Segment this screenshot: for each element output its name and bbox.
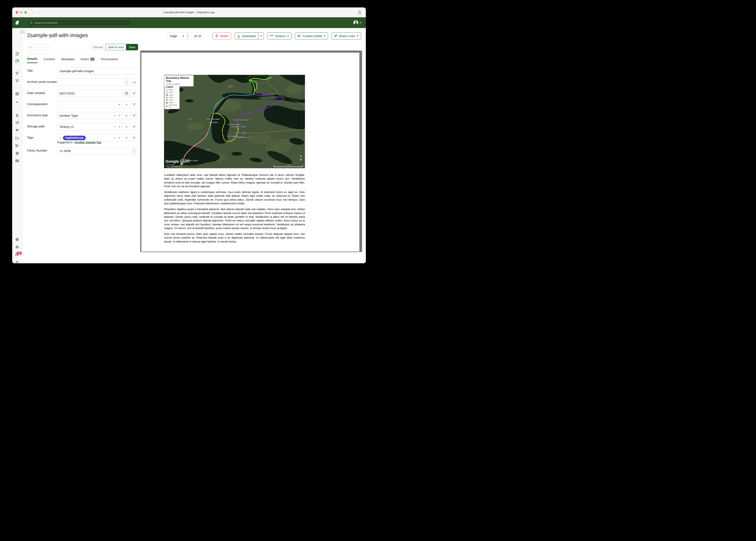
date-created-input[interactable]: 03/27/2022 xyxy=(57,90,123,97)
discard-button[interactable]: Discard xyxy=(90,44,105,50)
document-toolbar: Page 1▲▼ of 10 Delete Download xyxy=(167,32,361,39)
title-label: Title xyxy=(27,67,57,75)
fancy-number-input[interactable]: 12.3456▲▼ xyxy=(57,147,138,155)
storage-path-filter-button[interactable] xyxy=(130,123,138,130)
save-and-next-button[interactable]: Save & next xyxy=(105,44,126,50)
sidebar-item-logs[interactable] xyxy=(15,261,19,263)
calendar-button[interactable] xyxy=(123,90,130,97)
sidebar-open-document-icon[interactable] xyxy=(15,92,19,96)
tags-input[interactable]: × TagWithPartial × xyxy=(57,134,123,142)
legend-item: Entry Point 24 xyxy=(166,104,178,108)
sidebar-item-custom-fields[interactable] xyxy=(15,144,19,148)
filter-lines-icon xyxy=(133,114,136,117)
tag-chip[interactable]: TagWithPartial xyxy=(63,136,86,140)
sidebar-item-storage-paths[interactable] xyxy=(15,136,19,140)
global-search[interactable]: Search documents xyxy=(28,20,132,26)
storage-path-select[interactable]: Testing 12× xyxy=(57,123,123,130)
pdf-page: Boundary Waters Trip Six days in BWCA Le… xyxy=(141,53,359,252)
page-stepper[interactable]: ▲▼ xyxy=(186,33,189,39)
document-type-select[interactable]: Another Type× xyxy=(57,112,123,119)
sidebar-expand-button[interactable]: » xyxy=(20,29,25,34)
download-button[interactable]: Download xyxy=(235,32,258,39)
sidebar-item-saved-view-2[interactable] xyxy=(15,79,19,83)
filter-lines-icon xyxy=(133,126,136,128)
island-label: Squirrel Island xyxy=(237,137,249,139)
delete-button[interactable]: Delete xyxy=(213,32,231,39)
island-label: Lincoln Island xyxy=(234,132,246,134)
sidebar-item-users-groups[interactable] xyxy=(15,245,19,249)
filter-lines-icon xyxy=(133,92,136,95)
clear-icon[interactable]: × xyxy=(114,136,116,140)
tasks-count-badge: 16 xyxy=(17,252,22,255)
asn-label: Archive serial number xyxy=(27,79,57,86)
fancy-number-stepper[interactable]: ▲▼ xyxy=(133,148,136,153)
macos-titlebar: ‹ › 2sample-pdf-with-images - Paperless-… xyxy=(12,7,366,17)
user-menu[interactable] xyxy=(353,20,361,25)
save-button[interactable]: Save xyxy=(126,44,138,50)
tab-metadata[interactable]: Metadata xyxy=(61,57,74,63)
asn-plus-one-button[interactable]: +1 xyxy=(130,79,138,86)
add-tag-button[interactable]: + xyxy=(123,134,130,142)
tab-permissions[interactable]: Permissions xyxy=(101,57,118,63)
correspondent-select[interactable] xyxy=(57,101,123,108)
sidebar-item-correspondents[interactable] xyxy=(15,113,19,117)
map-credit: © 2017 Google xyxy=(165,164,175,166)
sidebar: 16 xyxy=(12,28,22,263)
download-options-button[interactable] xyxy=(258,32,264,39)
sidebar-item-document-types[interactable] xyxy=(15,128,19,132)
app-window: ‹ › 2sample-pdf-with-images - Paperless-… xyxy=(12,7,366,263)
remove-tag-icon[interactable]: × xyxy=(59,136,61,140)
paperless-logo-icon[interactable] xyxy=(12,20,22,25)
sidebar-item-mail[interactable] xyxy=(15,159,19,163)
add-correspondent-button[interactable]: + xyxy=(123,101,130,108)
sidebar-item-saved-view-1[interactable] xyxy=(15,71,19,75)
document-type-filter-button[interactable] xyxy=(130,112,138,119)
sidebar-item-settings[interactable] xyxy=(15,238,19,241)
map-scale-bar: 3 mi xyxy=(274,165,303,167)
tab-notes[interactable]: Notes1 xyxy=(81,57,95,63)
filter-lines-icon xyxy=(133,103,136,106)
add-storage-path-button[interactable]: + xyxy=(123,123,130,130)
next-document-button[interactable]: → xyxy=(42,44,50,50)
tags-label: Tags xyxy=(27,134,57,142)
ellipsis-icon: ••• xyxy=(270,34,274,37)
legend-item: Day 4 xyxy=(166,97,178,99)
share-links-button[interactable]: Share Links xyxy=(331,32,361,39)
correspondent-filter-button[interactable] xyxy=(130,101,138,108)
close-edit-button[interactable]: x xyxy=(27,44,34,50)
sidebar-item-tags[interactable] xyxy=(15,121,19,125)
previous-document-button[interactable]: ← xyxy=(34,44,42,50)
add-document-type-button[interactable]: + xyxy=(123,112,130,119)
title-input[interactable]: 2sample-pdf-with-images xyxy=(57,67,138,75)
pdf-paragraph: Phasellus dapibus quam a hendrerit place… xyxy=(164,208,305,230)
pdf-paragraph: Duis non tincidunt purus. Nam quis sapie… xyxy=(164,232,305,244)
sidebar-item-file-tasks[interactable] xyxy=(15,152,19,155)
asn-input[interactable]: ▲▼ xyxy=(57,79,130,86)
map-title: Boundary Waters Trip xyxy=(166,76,192,83)
clear-icon[interactable]: × xyxy=(114,125,116,129)
date-filter-button[interactable] xyxy=(130,90,138,97)
document-type-label: Document type xyxy=(27,112,57,119)
share-icon[interactable] xyxy=(358,10,361,14)
sidebar-item-documents[interactable] xyxy=(15,59,19,63)
custom-fields-button[interactable]: Custom Fields xyxy=(295,32,328,39)
clear-icon[interactable]: × xyxy=(114,114,116,117)
legend-item: Day 3 xyxy=(166,94,178,96)
tab-content[interactable]: Content xyxy=(44,57,55,63)
page-number-input[interactable]: 1 xyxy=(182,34,184,38)
pdf-viewer[interactable]: Boundary Waters Trip Six days in BWCA Le… xyxy=(140,51,362,252)
suggested-tag-link[interactable]: Another Sample Tag xyxy=(74,141,101,144)
actions-button[interactable]: ••• Actions xyxy=(267,32,292,39)
asn-stepper[interactable]: ▲▼ xyxy=(125,80,128,85)
tags-filter-button[interactable] xyxy=(130,134,138,142)
island-label: Hausons Island xyxy=(262,93,274,95)
legend-label: Day 1 xyxy=(169,89,173,91)
main-content: » 2sample-pdf-with-images x ← → Discard … xyxy=(22,28,366,263)
map-title-box: Boundary Waters Trip Six days in BWCA xyxy=(164,75,194,86)
sidebar-item-dashboard[interactable] xyxy=(15,52,19,56)
tab-details[interactable]: Details xyxy=(27,57,38,63)
route-dots-icon xyxy=(166,102,168,104)
close-document-icon[interactable] xyxy=(15,100,19,104)
pdf-paragraph: Vestibulum eleifend, ligula a scelerisqu… xyxy=(164,190,305,205)
document-edit-pane: 2sample-pdf-with-images x ← → Discard Sa… xyxy=(27,31,138,158)
